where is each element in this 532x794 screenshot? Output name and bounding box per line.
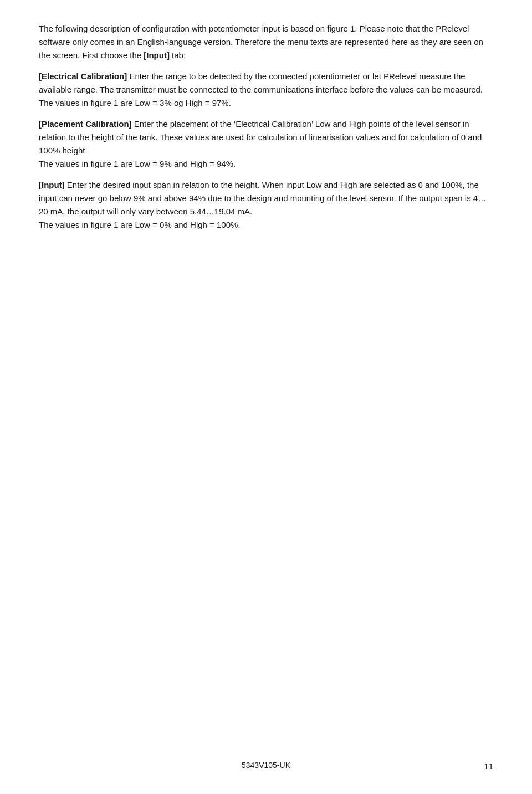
paragraph-3: [Placement Calibration] Enter the placem… <box>39 117 493 171</box>
footer-page-number: 11 <box>484 760 493 772</box>
footer-doc-number: 5343V105-UK <box>0 760 532 772</box>
page-content: The following description of configurati… <box>0 0 532 284</box>
paragraph-1: The following description of configurati… <box>39 22 493 62</box>
paragraph-4: [Input] Enter the desired input span in … <box>39 178 493 232</box>
bold-input-label-2: [Input] <box>39 180 65 189</box>
paragraph-2: [Electrical Calibration] Enter the range… <box>39 70 493 110</box>
page-footer: 5343V105-UK 11 <box>0 760 532 772</box>
bold-placement-label: [Placement Calibration] <box>39 119 132 129</box>
bold-electrical-label: [Electrical Calibration] <box>39 71 127 81</box>
bold-input-label-1: [Input] <box>144 50 170 60</box>
